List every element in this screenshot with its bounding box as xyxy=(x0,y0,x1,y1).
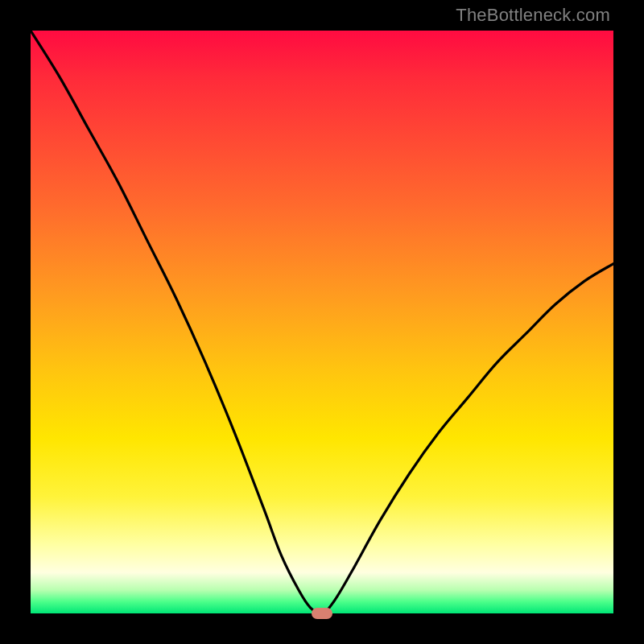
optimal-marker xyxy=(312,608,332,619)
bottleneck-curve xyxy=(31,31,613,613)
plot-area xyxy=(31,31,613,613)
watermark-text: TheBottleneck.com xyxy=(456,5,610,26)
chart-frame: TheBottleneck.com xyxy=(0,0,644,644)
